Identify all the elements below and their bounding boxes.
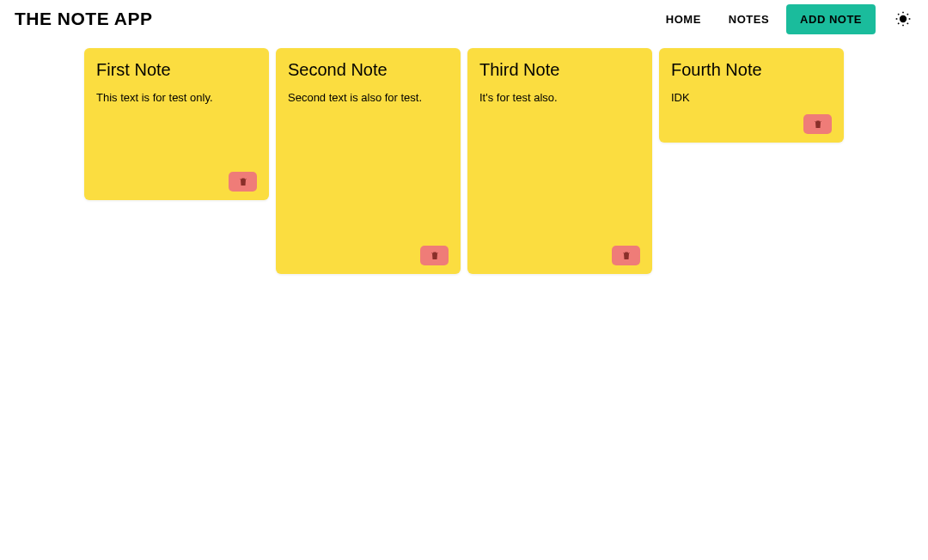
trash-icon xyxy=(430,250,440,261)
svg-line-4 xyxy=(907,23,908,24)
svg-line-8 xyxy=(907,14,908,15)
add-note-button[interactable]: ADD NOTE xyxy=(786,4,876,34)
note-card: Third NoteIt's for test also. xyxy=(467,48,652,274)
note-card: Second NoteSecond text is also for test. xyxy=(276,48,461,274)
note-card: Fourth NoteIDK xyxy=(659,48,844,143)
header: THE NOTE APP HOME NOTES ADD NOTE xyxy=(0,0,928,38)
note-footer xyxy=(288,246,449,265)
note-footer xyxy=(96,172,257,192)
trash-icon xyxy=(238,176,248,187)
note-card: First NoteThis text is for test only. xyxy=(84,48,269,200)
delete-button[interactable] xyxy=(420,246,449,265)
svg-point-0 xyxy=(901,16,907,22)
app-title: THE NOTE APP xyxy=(15,9,152,29)
note-text: IDK xyxy=(671,90,832,106)
svg-line-7 xyxy=(898,23,899,24)
note-footer xyxy=(671,114,832,134)
sun-icon xyxy=(894,10,912,27)
note-title: First Note xyxy=(96,60,257,80)
notes-grid: First NoteThis text is for test only.Sec… xyxy=(0,38,928,284)
delete-button[interactable] xyxy=(612,246,640,265)
trash-icon xyxy=(621,250,632,261)
note-title: Fourth Note xyxy=(671,60,832,80)
delete-button[interactable] xyxy=(229,172,257,192)
note-text: It's for test also. xyxy=(479,90,640,237)
nav: HOME NOTES ADD NOTE xyxy=(652,4,913,34)
note-title: Second Note xyxy=(288,60,449,80)
trash-icon xyxy=(813,119,823,130)
note-title: Third Note xyxy=(479,60,640,80)
note-text: Second text is also for test. xyxy=(288,90,449,237)
svg-line-3 xyxy=(898,14,899,15)
nav-home[interactable]: HOME xyxy=(652,4,715,34)
theme-toggle[interactable] xyxy=(893,9,913,29)
note-text: This text is for test only. xyxy=(96,90,257,163)
note-footer xyxy=(479,246,640,265)
nav-notes[interactable]: NOTES xyxy=(715,4,783,34)
delete-button[interactable] xyxy=(803,114,832,134)
